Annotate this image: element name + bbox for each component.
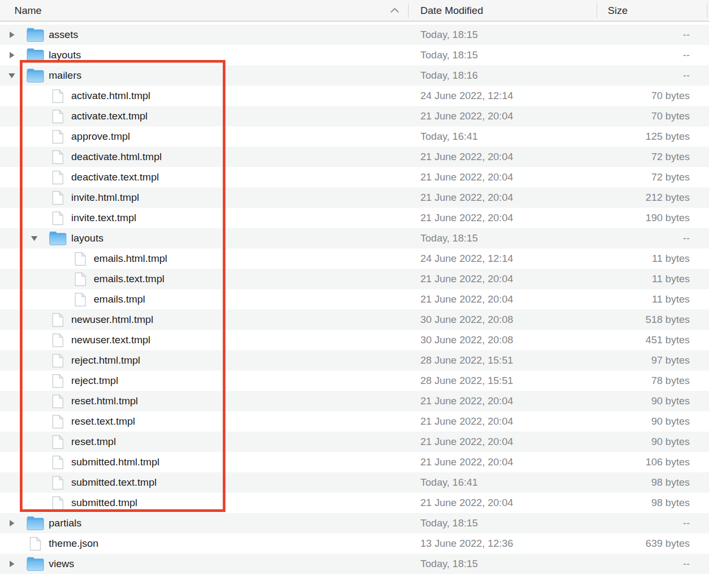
column-divider[interactable] bbox=[597, 3, 597, 18]
file-row-newuser.text.tmpl[interactable]: newuser.text.tmpl 30 June 2022, 20:08 45… bbox=[0, 330, 709, 350]
item-size: 106 bytes bbox=[646, 452, 690, 472]
item-name: assets bbox=[49, 25, 78, 45]
document-icon bbox=[52, 170, 64, 185]
file-row-mailers[interactable]: mailers Today, 18:16 -- bbox=[0, 65, 709, 86]
item-name: newuser.html.tmpl bbox=[71, 310, 153, 330]
list-view-header: Name Date Modified Size bbox=[0, 0, 709, 21]
item-size: 90 bytes bbox=[651, 432, 690, 452]
document-icon bbox=[52, 313, 64, 327]
item-size: 78 bytes bbox=[651, 371, 690, 391]
item-size: 70 bytes bbox=[651, 86, 690, 106]
column-header-name[interactable]: Name bbox=[14, 0, 42, 21]
item-name: partials bbox=[49, 513, 81, 533]
column-divider[interactable] bbox=[408, 3, 409, 18]
document-icon bbox=[52, 374, 64, 388]
document-icon bbox=[52, 496, 64, 510]
disclosure-triangle-down-icon[interactable] bbox=[31, 235, 38, 242]
file-row-submitted.tmpl[interactable]: submitted.tmpl 21 June 2022, 20:04 98 by… bbox=[0, 493, 709, 513]
file-row-partials[interactable]: partials Today, 18:15 -- bbox=[0, 513, 709, 533]
item-size: 98 bytes bbox=[651, 472, 690, 493]
file-row-layouts[interactable]: layouts Today, 18:15 -- bbox=[0, 228, 709, 248]
column-divider bbox=[707, 3, 707, 18]
item-name: deactivate.text.tmpl bbox=[71, 167, 159, 187]
document-icon bbox=[29, 537, 41, 551]
document-icon bbox=[52, 211, 64, 225]
item-name: newuser.text.tmpl bbox=[71, 330, 150, 350]
item-name: theme.json bbox=[49, 533, 99, 554]
file-row-views[interactable]: views Today, 18:15 -- bbox=[0, 554, 709, 574]
item-name: reset.tmpl bbox=[71, 432, 116, 452]
item-name: emails.tmpl bbox=[94, 289, 145, 310]
file-row-invite.text.tmpl[interactable]: invite.text.tmpl 21 June 2022, 20:04 190… bbox=[0, 208, 709, 228]
file-row-reset.tmpl[interactable]: reset.tmpl 21 June 2022, 20:04 90 bytes bbox=[0, 432, 709, 452]
document-icon bbox=[52, 130, 64, 144]
document-icon bbox=[52, 414, 64, 429]
item-name: activate.text.tmpl bbox=[71, 106, 148, 126]
document-icon bbox=[52, 150, 64, 164]
file-row-layouts[interactable]: layouts Today, 18:15 -- bbox=[0, 45, 709, 65]
item-size: -- bbox=[683, 513, 690, 533]
sort-chevron-up-icon bbox=[390, 7, 399, 13]
item-name: emails.text.tmpl bbox=[94, 269, 164, 289]
item-date-modified: 30 June 2022, 20:08 bbox=[420, 310, 513, 330]
file-row-reset.text.tmpl[interactable]: reset.text.tmpl 21 June 2022, 20:04 90 b… bbox=[0, 411, 709, 432]
item-size: 11 bytes bbox=[652, 269, 690, 289]
disclosure-triangle-down-icon[interactable] bbox=[8, 72, 16, 79]
file-row-emails.text.tmpl[interactable]: emails.text.tmpl 21 June 2022, 20:04 11 … bbox=[0, 269, 709, 289]
folder-icon bbox=[27, 69, 44, 82]
file-row-submitted.html.tmpl[interactable]: submitted.html.tmpl 21 June 2022, 20:04 … bbox=[0, 452, 709, 472]
document-icon bbox=[52, 435, 64, 449]
item-size: 639 bytes bbox=[646, 533, 690, 554]
item-name: reset.html.tmpl bbox=[71, 391, 138, 411]
item-size: 190 bytes bbox=[646, 208, 690, 228]
column-header-size[interactable]: Size bbox=[608, 0, 628, 21]
file-row-deactivate.text.tmpl[interactable]: deactivate.text.tmpl 21 June 2022, 20:04… bbox=[0, 167, 709, 187]
file-row-emails.html.tmpl[interactable]: emails.html.tmpl 24 June 2022, 12:14 11 … bbox=[0, 248, 709, 269]
item-size: 518 bytes bbox=[646, 310, 690, 330]
file-row-assets[interactable]: assets Today, 18:15 -- bbox=[0, 25, 709, 45]
file-row-theme.json[interactable]: theme.json 13 June 2022, 12:36 639 bytes bbox=[0, 533, 709, 554]
file-row-activate.text.tmpl[interactable]: activate.text.tmpl 21 June 2022, 20:04 7… bbox=[0, 106, 709, 126]
disclosure-triangle-right-icon[interactable] bbox=[8, 519, 16, 527]
disclosure-triangle-right-icon[interactable] bbox=[8, 31, 16, 39]
item-date-modified: 24 June 2022, 12:14 bbox=[420, 248, 513, 269]
document-icon bbox=[52, 191, 64, 205]
item-date-modified: 21 June 2022, 20:04 bbox=[420, 147, 513, 167]
item-name: invite.html.tmpl bbox=[71, 187, 139, 208]
item-date-modified: 21 June 2022, 20:04 bbox=[420, 289, 513, 310]
item-size: -- bbox=[683, 45, 690, 65]
disclosure-triangle-right-icon[interactable] bbox=[8, 560, 16, 568]
file-row-approve.tmpl[interactable]: approve.tmpl Today, 16:41 125 bytes bbox=[0, 126, 709, 147]
item-name: views bbox=[49, 554, 74, 574]
file-row-invite.html.tmpl[interactable]: invite.html.tmpl 21 June 2022, 20:04 212… bbox=[0, 187, 709, 208]
folder-icon bbox=[27, 557, 44, 571]
item-name: submitted.tmpl bbox=[71, 493, 138, 513]
item-size: -- bbox=[683, 554, 690, 574]
item-date-modified: 21 June 2022, 20:04 bbox=[420, 493, 513, 513]
column-header-date-modified[interactable]: Date Modified bbox=[420, 0, 483, 21]
file-row-activate.html.tmpl[interactable]: activate.html.tmpl 24 June 2022, 12:14 7… bbox=[0, 86, 709, 106]
disclosure-triangle-right-icon[interactable] bbox=[8, 51, 16, 59]
item-size: 97 bytes bbox=[651, 350, 690, 371]
file-row-reject.tmpl[interactable]: reject.tmpl 28 June 2022, 15:51 78 bytes bbox=[0, 371, 709, 391]
document-icon bbox=[52, 476, 64, 490]
item-name: submitted.text.tmpl bbox=[71, 472, 156, 493]
item-size: 90 bytes bbox=[651, 411, 690, 432]
file-row-newuser.html.tmpl[interactable]: newuser.html.tmpl 30 June 2022, 20:08 51… bbox=[0, 310, 709, 330]
document-icon bbox=[52, 455, 64, 470]
item-name: emails.html.tmpl bbox=[94, 248, 167, 269]
item-date-modified: Today, 18:15 bbox=[420, 45, 478, 65]
file-row-emails.tmpl[interactable]: emails.tmpl 21 June 2022, 20:04 11 bytes bbox=[0, 289, 709, 310]
item-name: reject.html.tmpl bbox=[71, 350, 140, 371]
file-row-deactivate.html.tmpl[interactable]: deactivate.html.tmpl 21 June 2022, 20:04… bbox=[0, 147, 709, 167]
item-date-modified: Today, 18:16 bbox=[420, 65, 478, 86]
file-row-submitted.text.tmpl[interactable]: submitted.text.tmpl Today, 16:41 98 byte… bbox=[0, 472, 709, 493]
file-row-reject.html.tmpl[interactable]: reject.html.tmpl 28 June 2022, 15:51 97 … bbox=[0, 350, 709, 371]
item-date-modified: 21 June 2022, 20:04 bbox=[420, 391, 513, 411]
item-name: invite.text.tmpl bbox=[71, 208, 136, 228]
item-date-modified: 21 June 2022, 20:04 bbox=[420, 452, 513, 472]
item-date-modified: 28 June 2022, 15:51 bbox=[420, 350, 513, 371]
document-icon bbox=[74, 272, 86, 287]
document-icon bbox=[74, 252, 86, 266]
file-row-reset.html.tmpl[interactable]: reset.html.tmpl 21 June 2022, 20:04 90 b… bbox=[0, 391, 709, 411]
